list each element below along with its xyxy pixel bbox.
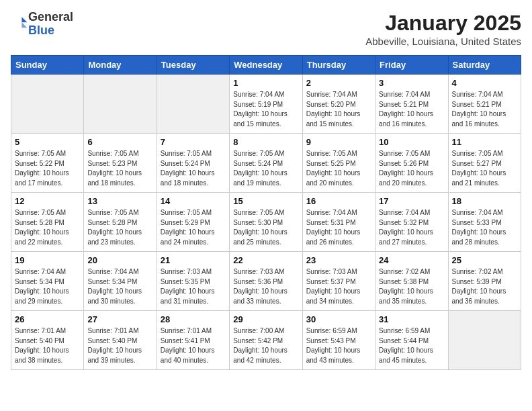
day-info: Sunrise: 7:05 AM Sunset: 5:28 PM Dayligh…: [15, 208, 80, 247]
calendar-cell: 23Sunrise: 7:03 AM Sunset: 5:37 PM Dayli…: [302, 252, 375, 311]
calendar-cell: 11Sunrise: 7:05 AM Sunset: 5:27 PM Dayli…: [448, 134, 521, 193]
weekday-header-row: SundayMondayTuesdayWednesdayThursdayFrid…: [11, 56, 521, 75]
day-number: 10: [379, 137, 444, 147]
day-number: 16: [306, 196, 371, 206]
calendar-cell: 8Sunrise: 7:05 AM Sunset: 5:24 PM Daylig…: [230, 134, 302, 193]
calendar-title: January 2025: [365, 11, 521, 36]
day-info: Sunrise: 7:03 AM Sunset: 5:35 PM Dayligh…: [161, 267, 226, 306]
logo-blue: Blue: [28, 24, 54, 37]
day-info: Sunrise: 7:00 AM Sunset: 5:42 PM Dayligh…: [233, 326, 298, 365]
day-info: Sunrise: 7:04 AM Sunset: 5:19 PM Dayligh…: [233, 90, 298, 129]
day-number: 15: [233, 196, 298, 206]
day-number: 26: [15, 314, 80, 324]
day-info: Sunrise: 7:05 AM Sunset: 5:22 PM Dayligh…: [15, 149, 80, 188]
calendar-week-row: 1Sunrise: 7:04 AM Sunset: 5:19 PM Daylig…: [11, 75, 521, 134]
calendar-cell: 2Sunrise: 7:04 AM Sunset: 5:20 PM Daylig…: [302, 75, 375, 134]
calendar-week-row: 5Sunrise: 7:05 AM Sunset: 5:22 PM Daylig…: [11, 134, 521, 193]
day-number: 31: [379, 314, 444, 324]
calendar-cell: 29Sunrise: 7:00 AM Sunset: 5:42 PM Dayli…: [230, 311, 302, 370]
day-number: 5: [15, 137, 80, 147]
day-info: Sunrise: 7:04 AM Sunset: 5:21 PM Dayligh…: [379, 90, 444, 129]
calendar-cell: 24Sunrise: 7:02 AM Sunset: 5:38 PM Dayli…: [375, 252, 448, 311]
calendar-cell: 13Sunrise: 7:05 AM Sunset: 5:28 PM Dayli…: [84, 193, 157, 252]
calendar-cell: 12Sunrise: 7:05 AM Sunset: 5:28 PM Dayli…: [11, 193, 84, 252]
weekday-header: Tuesday: [157, 56, 229, 75]
calendar-cell: 22Sunrise: 7:03 AM Sunset: 5:36 PM Dayli…: [230, 252, 302, 311]
calendar-cell: 25Sunrise: 7:02 AM Sunset: 5:39 PM Dayli…: [448, 252, 521, 311]
day-info: Sunrise: 7:03 AM Sunset: 5:37 PM Dayligh…: [306, 267, 371, 306]
calendar-cell: [157, 75, 229, 134]
day-info: Sunrise: 7:04 AM Sunset: 5:21 PM Dayligh…: [452, 90, 517, 129]
title-block: January 2025 Abbeville, Louisiana, Unite…: [365, 11, 521, 47]
day-number: 13: [87, 196, 152, 206]
day-info: Sunrise: 7:05 AM Sunset: 5:29 PM Dayligh…: [161, 208, 226, 247]
day-number: 20: [87, 255, 152, 265]
day-number: 25: [452, 255, 517, 265]
day-number: 19: [15, 255, 80, 265]
day-number: 21: [161, 255, 226, 265]
day-number: 23: [306, 255, 371, 265]
weekday-header: Saturday: [448, 56, 521, 75]
day-number: 6: [87, 137, 152, 147]
calendar-cell: 4Sunrise: 7:04 AM Sunset: 5:21 PM Daylig…: [448, 75, 521, 134]
day-number: 28: [161, 314, 226, 324]
calendar-cell: 30Sunrise: 6:59 AM Sunset: 5:43 PM Dayli…: [302, 311, 375, 370]
calendar-cell: [84, 75, 157, 134]
day-info: Sunrise: 7:05 AM Sunset: 5:28 PM Dayligh…: [87, 208, 152, 247]
day-number: 18: [452, 196, 517, 206]
calendar-cell: 9Sunrise: 7:05 AM Sunset: 5:25 PM Daylig…: [302, 134, 375, 193]
day-number: 4: [452, 78, 517, 88]
calendar-cell: 14Sunrise: 7:05 AM Sunset: 5:29 PM Dayli…: [157, 193, 229, 252]
day-info: Sunrise: 7:02 AM Sunset: 5:39 PM Dayligh…: [452, 267, 517, 306]
calendar-cell: 21Sunrise: 7:03 AM Sunset: 5:35 PM Dayli…: [157, 252, 229, 311]
calendar-table: SundayMondayTuesdayWednesdayThursdayFrid…: [11, 55, 521, 370]
calendar-cell: [448, 311, 521, 370]
day-info: Sunrise: 7:05 AM Sunset: 5:25 PM Dayligh…: [306, 149, 371, 188]
calendar-cell: 16Sunrise: 7:04 AM Sunset: 5:31 PM Dayli…: [302, 193, 375, 252]
page-header: General Blue January 2025 Abbeville, Lou…: [11, 11, 521, 47]
day-info: Sunrise: 7:04 AM Sunset: 5:31 PM Dayligh…: [306, 208, 371, 247]
day-info: Sunrise: 6:59 AM Sunset: 5:43 PM Dayligh…: [306, 326, 371, 365]
calendar-cell: 19Sunrise: 7:04 AM Sunset: 5:34 PM Dayli…: [11, 252, 84, 311]
day-info: Sunrise: 7:01 AM Sunset: 5:40 PM Dayligh…: [87, 326, 152, 365]
day-info: Sunrise: 7:04 AM Sunset: 5:20 PM Dayligh…: [306, 90, 371, 129]
calendar-cell: 10Sunrise: 7:05 AM Sunset: 5:26 PM Dayli…: [375, 134, 448, 193]
day-number: 14: [161, 196, 226, 206]
day-info: Sunrise: 7:01 AM Sunset: 5:40 PM Dayligh…: [15, 326, 80, 365]
day-info: Sunrise: 7:05 AM Sunset: 5:24 PM Dayligh…: [233, 149, 298, 188]
calendar-cell: 1Sunrise: 7:04 AM Sunset: 5:19 PM Daylig…: [230, 75, 302, 134]
calendar-cell: 27Sunrise: 7:01 AM Sunset: 5:40 PM Dayli…: [84, 311, 157, 370]
day-number: 7: [161, 137, 226, 147]
day-number: 9: [306, 137, 371, 147]
day-number: 24: [379, 255, 444, 265]
calendar-week-row: 26Sunrise: 7:01 AM Sunset: 5:40 PM Dayli…: [11, 311, 521, 370]
day-number: 11: [452, 137, 517, 147]
day-number: 1: [233, 78, 298, 88]
calendar-cell: 26Sunrise: 7:01 AM Sunset: 5:40 PM Dayli…: [11, 311, 84, 370]
day-info: Sunrise: 7:01 AM Sunset: 5:41 PM Dayligh…: [161, 326, 226, 365]
day-info: Sunrise: 7:05 AM Sunset: 5:27 PM Dayligh…: [452, 149, 517, 188]
logo-icon: [12, 15, 28, 31]
logo: General Blue: [11, 11, 73, 38]
day-number: 2: [306, 78, 371, 88]
calendar-week-row: 12Sunrise: 7:05 AM Sunset: 5:28 PM Dayli…: [11, 193, 521, 252]
day-number: 27: [87, 314, 152, 324]
calendar-week-row: 19Sunrise: 7:04 AM Sunset: 5:34 PM Dayli…: [11, 252, 521, 311]
day-number: 8: [233, 137, 298, 147]
day-info: Sunrise: 7:04 AM Sunset: 5:32 PM Dayligh…: [379, 208, 444, 247]
calendar-cell: 5Sunrise: 7:05 AM Sunset: 5:22 PM Daylig…: [11, 134, 84, 193]
calendar-cell: 28Sunrise: 7:01 AM Sunset: 5:41 PM Dayli…: [157, 311, 229, 370]
day-number: 29: [233, 314, 298, 324]
svg-marker-1: [21, 22, 27, 28]
calendar-subtitle: Abbeville, Louisiana, United States: [365, 36, 521, 47]
day-info: Sunrise: 7:03 AM Sunset: 5:36 PM Dayligh…: [233, 267, 298, 306]
day-info: Sunrise: 7:05 AM Sunset: 5:24 PM Dayligh…: [161, 149, 226, 188]
day-info: Sunrise: 7:04 AM Sunset: 5:34 PM Dayligh…: [15, 267, 80, 306]
day-info: Sunrise: 7:05 AM Sunset: 5:30 PM Dayligh…: [233, 208, 298, 247]
day-number: 12: [15, 196, 80, 206]
calendar-cell: 17Sunrise: 7:04 AM Sunset: 5:32 PM Dayli…: [375, 193, 448, 252]
day-info: Sunrise: 6:59 AM Sunset: 5:44 PM Dayligh…: [379, 326, 444, 365]
calendar-cell: 20Sunrise: 7:04 AM Sunset: 5:34 PM Dayli…: [84, 252, 157, 311]
day-number: 30: [306, 314, 371, 324]
day-info: Sunrise: 7:05 AM Sunset: 5:23 PM Dayligh…: [87, 149, 152, 188]
